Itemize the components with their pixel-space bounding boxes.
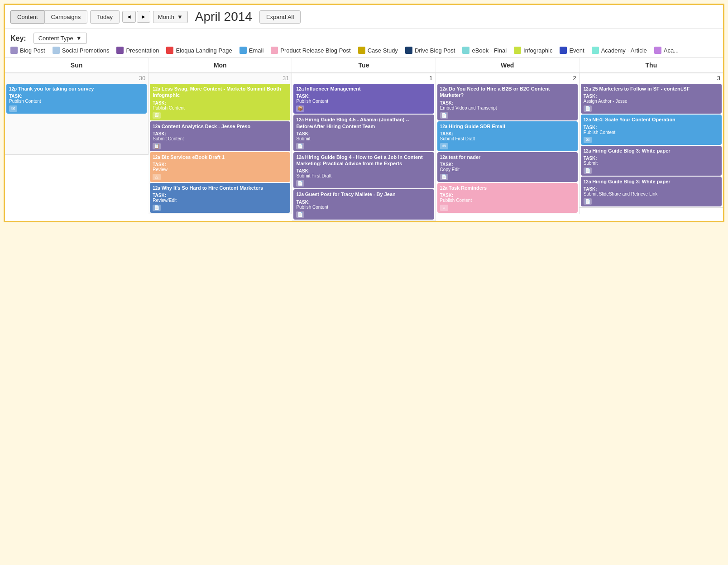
event-card[interactable]: 12a Hiring Guide Blog 4.5 - Akamai (Jona… [293,115,434,151]
task-label: TASK: [296,168,431,173]
event-title: Task Reminders [449,185,487,191]
event-time: 12a [296,117,305,122]
task-label: TASK: [584,125,719,130]
event-card[interactable]: 12a 25 Marketers to Follow in SF - conte… [581,84,722,114]
event-time: 12a [584,117,592,122]
event-icon-row: ✉ [440,143,575,149]
event-time: 12a [153,86,161,91]
event-title-line: 12a Biz Services eBook Draft 1 [153,154,287,160]
event-title: Do You Need to Hire a B2B or B2C Content… [440,86,550,98]
calendar-cell[interactable]: 3112a Less Swag, More Content - Marketo … [148,73,292,214]
task-text: Publish Content [296,99,431,104]
event-card[interactable]: 12a test for naderTASK:Copy Edit📄 [437,152,578,182]
event-icon-row: 📋 [153,143,287,149]
date-number: 2 [436,73,579,83]
legend-item: Infographic [514,47,552,54]
event-title: Less Swag, More Content - Marketo Summit… [153,86,281,98]
event-card[interactable]: 12a Hiring Guide Blog 3: White paperTASK… [581,177,722,206]
event-time: 12a [584,86,592,91]
legend-label: Drive Blog Post [415,47,455,54]
event-icon: 📦 [296,105,304,112]
legend-color-box [462,47,469,54]
today-button[interactable]: Today [90,10,120,24]
legend-item: Presentation [116,47,159,54]
event-icon: 📄 [440,112,448,119]
event-title-line: 12a Task Reminders [440,185,575,191]
legend-label: Email [249,47,264,54]
calendar-cell[interactable]: 312a 25 Marketers to Follow in SF - cont… [580,73,723,208]
campaigns-button[interactable]: Campaigns [44,10,88,24]
next-arrow[interactable]: ► [137,11,150,23]
event-card[interactable]: 12a Influencer ManagementTASK:Publish Co… [293,84,434,114]
legend-color-box [53,47,60,54]
event-title-line: 12a Hiring Guide Blog 4 - How to Get a J… [296,154,431,167]
prev-arrow[interactable]: ◄ [122,11,136,23]
event-time: 12a [584,148,592,153]
legend-label: Blog Post [20,47,45,54]
event-icon: 📄 [584,168,592,174]
event-card[interactable]: 12a Content Analytics Deck - Jesse Preso… [150,121,290,151]
event-card[interactable]: 12a Do You Need to Hire a B2B or B2C Con… [437,84,578,120]
app-container: Content Campaigns Today ◄ ► Month ▼ Apri… [4,4,724,222]
calendar-header: SunMonTueWedThu [5,58,723,73]
legend-label: Product Release Blog Post [280,47,350,54]
event-title: Thank you for taking our survey [18,86,94,91]
event-icon: ○ [440,205,448,211]
event-time: 12a [440,155,449,160]
event-card[interactable]: 12a Hiring Guide Blog 4 - How to Get a J… [293,152,434,189]
event-icon-row: ✉ [9,105,144,112]
event-time: 12a [440,124,449,129]
event-title-line: 12a Hiring Guide Blog 3: White paper [584,148,719,154]
date-number: 3 [580,73,723,83]
task-text: Copy Edit [440,167,575,172]
event-card[interactable]: 12a Why It's So Hard to Hire Content Mar… [150,183,290,213]
event-icon-row: 📄 [440,112,575,119]
event-title: Guest Post for Tracy Mallete - By Jean [305,192,396,197]
event-icon-row: 🖼 [153,112,287,119]
event-card[interactable]: 12a Biz Services eBook Draft 1TASK:Revie… [150,152,290,182]
event-time: 12p [9,86,18,91]
event-title-line: 12a Hiring Guide SDR Email [440,123,575,129]
event-card[interactable]: 12a NE4: Scale Your Content OperationTAS… [581,115,722,144]
event-icon-row: 📄 [584,105,719,112]
task-label: TASK: [153,162,287,167]
calendar-cell[interactable]: 3012p Thank you for taking our surveyTAS… [5,73,148,155]
event-icon: 📄 [584,198,592,205]
event-card[interactable]: 12a Hiring Guide SDR EmailTASK:Submit Fi… [437,121,578,151]
event-card[interactable]: 12a Task RemindersTASK:Publish Content○ [437,183,578,213]
month-select[interactable]: Month ▼ [153,11,188,23]
task-text: Review [153,167,287,172]
task-text: Submit First Draft [296,173,431,178]
task-text: Submit [296,136,431,141]
event-card[interactable]: 12a Guest Post for Tracy Mallete - By Je… [293,189,434,219]
calendar-header-cell: Sun [5,58,148,72]
task-label: TASK: [440,193,575,198]
event-card[interactable]: 12a Less Swag, More Content - Marketo Su… [150,84,290,120]
event-card[interactable]: 12p Thank you for taking our surveyTASK:… [6,84,147,114]
event-time: 12a [296,155,305,160]
legend-item: Academy - Article [592,47,647,54]
calendar-grid: 3012p Thank you for taking our surveyTAS… [5,73,723,221]
dropdown-arrow-icon: ▼ [177,14,183,20]
event-icon: 📄 [584,105,592,112]
event-card[interactable]: 12a Hiring Guide Blog 3: White paperTASK… [581,146,722,176]
event-icon: 📄 [440,174,448,180]
content-type-select[interactable]: Content Type ▼ [34,33,87,44]
legend-color-box [10,47,18,54]
event-icon-row: 📄 [584,168,719,174]
event-title-line: 12a Hiring Guide Blog 4.5 - Akamai (Jona… [296,116,431,129]
calendar-cell[interactable]: 112a Influencer ManagementTASK:Publish C… [292,73,436,221]
legend-color-box [560,47,567,54]
calendar-cell[interactable]: 212a Do You Need to Hire a B2B or B2C Co… [436,73,580,214]
expand-all-button[interactable]: Expand All [259,10,301,24]
legend-label: Case Study [368,47,398,54]
legend-item: Event [560,47,584,54]
event-icon: 📄 [296,211,304,218]
content-button[interactable]: Content [10,10,44,24]
task-label: TASK: [153,193,287,198]
legend-item: Drive Blog Post [405,47,455,54]
legend-item: Case Study [358,47,398,54]
legend-label: Event [569,47,584,54]
date-number: 30 [5,73,148,83]
event-time: 12a [440,186,449,191]
